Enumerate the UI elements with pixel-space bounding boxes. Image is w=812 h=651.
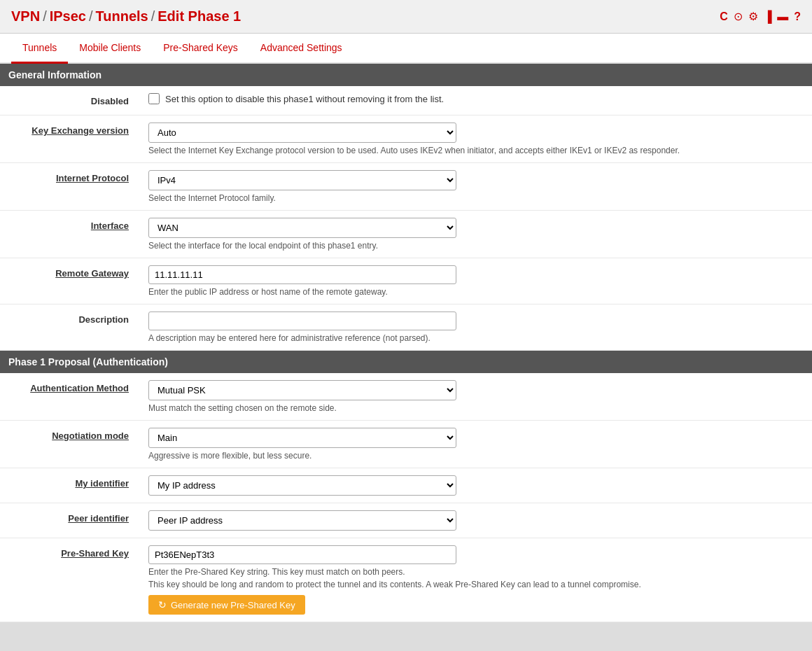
- internet-protocol-select[interactable]: IPv4 IPv6: [148, 170, 456, 190]
- phase1-table: Authentication Method Mutual PSK Mutual …: [0, 373, 812, 622]
- pre-shared-key-input-cell: Enter the Pre-Shared Key string. This ke…: [140, 538, 812, 622]
- peer-identifier-row: Peer identifier Peer IP address Distingu…: [0, 503, 812, 538]
- breadcrumb-ipsec[interactable]: IPsec: [50, 8, 86, 24]
- key-exchange-input-cell: Auto IKEv1 IKEv2 Select the Internet Key…: [140, 115, 812, 163]
- general-info-header: General Information: [0, 64, 812, 86]
- description-help: A description may be entered here for ad…: [148, 333, 804, 343]
- top-icons: C ⊙ ⚙ ▐ ▬ ?: [720, 10, 801, 23]
- auth-method-label: Authentication Method: [0, 373, 140, 421]
- pre-shared-key-label: Pre-Shared Key: [0, 538, 140, 622]
- peer-identifier-input-cell: Peer IP address Distinguished Name User …: [140, 503, 812, 538]
- disabled-help: Set this option to disable this phase1 w…: [165, 94, 444, 104]
- key-exchange-label: Key Exchange version: [0, 115, 140, 163]
- interface-row: Interface WAN LAN OPT1 Select the interf…: [0, 211, 812, 258]
- my-identifier-row: My identifier My IP address Distinguishe…: [0, 468, 812, 503]
- breadcrumb: VPN / IPsec / Tunnels / Edit Phase 1: [11, 8, 241, 24]
- description-row: Description A description may be entered…: [0, 304, 812, 351]
- circle-icon[interactable]: ⊙: [734, 10, 743, 23]
- disabled-row: Disabled Set this option to disable this…: [0, 86, 812, 115]
- internet-protocol-label: Internet Protocol: [0, 163, 140, 211]
- top-bar: VPN / IPsec / Tunnels / Edit Phase 1 C ⊙…: [0, 0, 812, 34]
- peer-identifier-label: Peer identifier: [0, 503, 140, 538]
- negotiation-mode-label: Negotiation mode: [0, 421, 140, 468]
- nav-tabs: Tunnels Mobile Clients Pre-Shared Keys A…: [0, 34, 812, 64]
- description-input-cell: A description may be entered here for ad…: [140, 304, 812, 351]
- interface-help: Select the interface for the local endpo…: [148, 241, 804, 251]
- key-exchange-select[interactable]: Auto IKEv1 IKEv2: [148, 122, 456, 143]
- negotiation-mode-row: Negotiation mode Main Aggressive Aggress…: [0, 421, 812, 468]
- pre-shared-key-input[interactable]: [148, 545, 456, 564]
- auth-method-input-cell: Mutual PSK Mutual RSA xauth PSK Server x…: [140, 373, 812, 421]
- internet-protocol-row: Internet Protocol IPv4 IPv6 Select the I…: [0, 163, 812, 211]
- negotiation-mode-input-cell: Main Aggressive Aggressive is more flexi…: [140, 421, 812, 468]
- interface-label: Interface: [0, 211, 140, 258]
- generate-psk-button[interactable]: ↻ Generate new Pre-Shared Key: [148, 595, 305, 615]
- tab-tunnels[interactable]: Tunnels: [11, 34, 68, 64]
- generate-btn-label: Generate new Pre-Shared Key: [171, 600, 295, 610]
- pre-shared-key-help1: Enter the Pre-Shared Key string. This ke…: [148, 567, 804, 577]
- pre-shared-key-row: Pre-Shared Key Enter the Pre-Shared Key …: [0, 538, 812, 622]
- auth-method-row: Authentication Method Mutual PSK Mutual …: [0, 373, 812, 421]
- refresh-icon: ↻: [158, 599, 167, 610]
- description-input[interactable]: [148, 312, 456, 330]
- general-info-table: Disabled Set this option to disable this…: [0, 86, 812, 351]
- my-identifier-input-cell: My IP address Distinguished Name User FQ…: [140, 468, 812, 503]
- disabled-input-cell: Set this option to disable this phase1 w…: [140, 86, 812, 115]
- disabled-checkbox[interactable]: [148, 93, 160, 104]
- internet-protocol-help: Select the Internet Protocol family.: [148, 193, 804, 203]
- key-exchange-help: Select the Internet Key Exchange protoco…: [148, 146, 804, 155]
- main-content: General Information Disabled Set this op…: [0, 64, 812, 622]
- remote-gateway-input-cell: Enter the public IP address or host name…: [140, 258, 812, 304]
- remote-gateway-row: Remote Gateway Enter the public IP addre…: [0, 258, 812, 304]
- chart-icon[interactable]: ▐: [764, 10, 771, 23]
- my-identifier-label: My identifier: [0, 468, 140, 503]
- my-identifier-select[interactable]: My IP address Distinguished Name User FQ…: [148, 475, 456, 496]
- negotiation-mode-select[interactable]: Main Aggressive: [148, 428, 456, 448]
- remote-gateway-label: Remote Gateway: [0, 258, 140, 304]
- key-exchange-row: Key Exchange version Auto IKEv1 IKEv2 Se…: [0, 115, 812, 163]
- description-label: Description: [0, 304, 140, 351]
- breadcrumb-tunnels[interactable]: Tunnels: [96, 8, 148, 24]
- disabled-label: Disabled: [0, 86, 140, 115]
- interface-input-cell: WAN LAN OPT1 Select the interface for th…: [140, 211, 812, 258]
- peer-identifier-select[interactable]: Peer IP address Distinguished Name User …: [148, 510, 456, 531]
- sliders-icon[interactable]: ⚙: [748, 10, 758, 23]
- interface-select[interactable]: WAN LAN OPT1: [148, 218, 456, 238]
- pre-shared-key-help2: This key should be long and random to pr…: [148, 580, 804, 589]
- tab-pre-shared-keys[interactable]: Pre-Shared Keys: [152, 34, 249, 64]
- negotiation-mode-help: Aggressive is more flexible, but less se…: [148, 451, 804, 461]
- breadcrumb-edit-phase: Edit Phase 1: [158, 8, 241, 24]
- tab-mobile-clients[interactable]: Mobile Clients: [68, 34, 152, 64]
- remote-gateway-help: Enter the public IP address or host name…: [148, 287, 804, 297]
- tab-advanced-settings[interactable]: Advanced Settings: [249, 34, 354, 64]
- internet-protocol-input-cell: IPv4 IPv6 Select the Internet Protocol f…: [140, 163, 812, 211]
- help-icon[interactable]: ?: [794, 10, 801, 23]
- phase1-header: Phase 1 Proposal (Authentication): [0, 351, 812, 373]
- remote-gateway-input[interactable]: [148, 265, 456, 284]
- cpu-icon[interactable]: C: [720, 10, 728, 23]
- list-icon[interactable]: ▬: [777, 10, 788, 23]
- auth-method-help: Must match the setting chosen on the rem…: [148, 403, 804, 413]
- breadcrumb-vpn[interactable]: VPN: [11, 8, 40, 24]
- auth-method-select[interactable]: Mutual PSK Mutual RSA xauth PSK Server x…: [148, 380, 456, 400]
